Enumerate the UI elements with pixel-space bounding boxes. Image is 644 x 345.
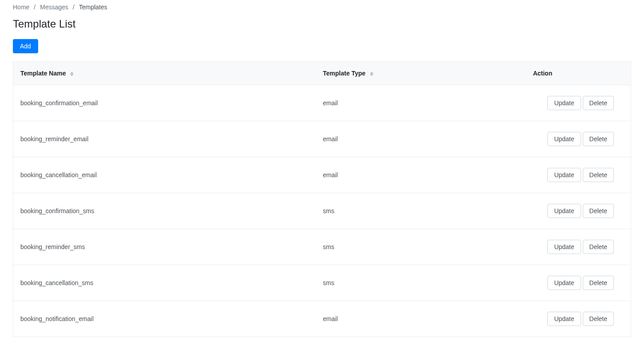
template-name-cell: booking_reminder_sms (13, 229, 316, 265)
actions-cell: UpdateDelete (526, 85, 631, 121)
template-name-cell: booking_cancellation_sms (13, 265, 316, 301)
template-type-cell: email (316, 301, 526, 337)
breadcrumb-separator: / (34, 4, 35, 11)
delete-button[interactable]: Delete (583, 312, 614, 326)
template-type-cell: sms (316, 265, 526, 301)
breadcrumb-messages[interactable]: Messages (40, 4, 68, 11)
sort-down-icon (370, 74, 373, 76)
delete-button[interactable]: Delete (583, 168, 614, 182)
sort-icon[interactable] (370, 72, 373, 76)
table-row: booking_cancellation_emailemailUpdateDel… (13, 157, 631, 193)
actions-cell: UpdateDelete (526, 193, 631, 229)
delete-button[interactable]: Delete (583, 96, 614, 110)
breadcrumb-current: Templates (79, 4, 107, 11)
sort-up-icon (370, 72, 373, 74)
update-button[interactable]: Update (547, 132, 581, 146)
sort-down-icon (70, 74, 74, 76)
sort-icon[interactable] (70, 72, 74, 76)
sort-up-icon (70, 72, 74, 74)
delete-button[interactable]: Delete (583, 204, 614, 218)
table-row: booking_confirmation_emailemailUpdateDel… (13, 85, 631, 121)
template-name-cell: booking_confirmation_email (13, 85, 316, 121)
update-button[interactable]: Update (547, 312, 581, 326)
actions-cell: UpdateDelete (526, 121, 631, 157)
actions-cell: UpdateDelete (526, 301, 631, 337)
header-type-label: Template Type (323, 70, 365, 77)
actions-cell: UpdateDelete (526, 265, 631, 301)
delete-button[interactable]: Delete (583, 276, 614, 290)
page-title: Template List (13, 18, 631, 30)
template-name-cell: booking_notification_email (13, 301, 316, 337)
template-type-cell: email (316, 157, 526, 193)
table-row: booking_reminder_emailemailUpdateDelete (13, 121, 631, 157)
update-button[interactable]: Update (547, 96, 581, 110)
header-name-label: Template Name (20, 70, 66, 77)
table-row: booking_reminder_smssmsUpdateDelete (13, 229, 631, 265)
breadcrumb-separator: / (73, 4, 75, 11)
update-button[interactable]: Update (547, 204, 581, 218)
actions-cell: UpdateDelete (526, 157, 631, 193)
template-type-cell: email (316, 121, 526, 157)
header-action-label: Action (533, 70, 553, 77)
template-type-cell: sms (316, 229, 526, 265)
delete-button[interactable]: Delete (583, 132, 614, 146)
update-button[interactable]: Update (547, 276, 581, 290)
add-button[interactable]: Add (13, 39, 38, 53)
delete-button[interactable]: Delete (583, 240, 614, 254)
actions-cell: UpdateDelete (526, 229, 631, 265)
template-type-cell: email (316, 85, 526, 121)
column-header-name[interactable]: Template Name (13, 62, 316, 85)
column-header-action: Action (526, 62, 631, 85)
template-type-cell: sms (316, 193, 526, 229)
breadcrumb: Home / Messages / Templates (13, 0, 631, 16)
templates-table: Template Name Template Type Action (13, 61, 631, 337)
table-row: booking_notification_emailemailUpdateDel… (13, 301, 631, 337)
template-name-cell: booking_confirmation_sms (13, 193, 316, 229)
template-name-cell: booking_reminder_email (13, 121, 316, 157)
template-name-cell: booking_cancellation_email (13, 157, 316, 193)
update-button[interactable]: Update (547, 240, 581, 254)
table-row: booking_cancellation_smssmsUpdateDelete (13, 265, 631, 301)
table-row: booking_confirmation_smssmsUpdateDelete (13, 193, 631, 229)
column-header-type[interactable]: Template Type (316, 62, 526, 85)
breadcrumb-home[interactable]: Home (13, 4, 29, 11)
update-button[interactable]: Update (547, 168, 581, 182)
